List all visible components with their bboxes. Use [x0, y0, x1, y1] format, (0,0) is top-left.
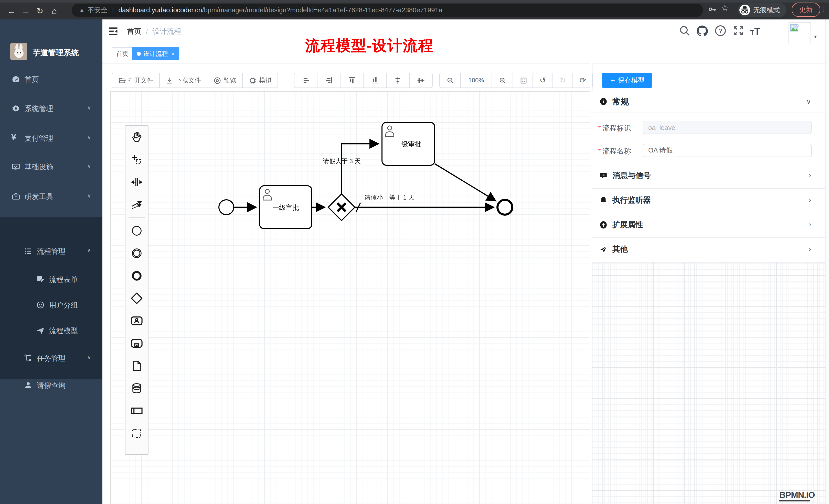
- font-size-icon[interactable]: TT: [750, 26, 760, 37]
- browser-home-button[interactable]: ⌂: [48, 3, 61, 20]
- save-model-button[interactable]: ＋ 保存模型: [602, 73, 652, 88]
- chevron-right-icon: ›: [809, 196, 811, 204]
- avatar[interactable]: [789, 23, 811, 45]
- chevron-down-icon: ∨: [87, 134, 91, 141]
- preview-button[interactable]: 预览: [207, 73, 243, 88]
- svg-text:i: i: [603, 99, 604, 104]
- section-other[interactable]: 其他 ›: [592, 237, 825, 262]
- chevron-down-icon: ∨: [87, 104, 91, 111]
- align-toolbar-group: [294, 73, 433, 88]
- zoom-out-button[interactable]: [439, 73, 461, 88]
- align-left-button[interactable]: [294, 73, 318, 88]
- header-search-icon[interactable]: [679, 25, 692, 38]
- sidebar-item-process-form[interactable]: 流程表单: [0, 267, 102, 292]
- bookmark-star-icon[interactable]: ☆: [721, 3, 729, 13]
- redo-button[interactable]: ↻: [553, 73, 573, 88]
- svg-text:?: ?: [719, 27, 722, 34]
- close-tab-icon[interactable]: ×: [172, 51, 175, 57]
- sidebar-item-task-mgmt[interactable]: 任务管理 ∨: [0, 345, 102, 371]
- send-icon: [599, 245, 608, 254]
- flow-task2-to-end[interactable]: [435, 164, 495, 201]
- bell-icon: [599, 196, 608, 205]
- flow-gateway-to-task2[interactable]: [341, 144, 378, 193]
- browser-reload-button[interactable]: ↻: [34, 3, 46, 20]
- tab-home[interactable]: 首页: [112, 47, 133, 61]
- folder-icon: [118, 77, 126, 84]
- gear-icon: [11, 104, 21, 113]
- align-center-horizontal-button[interactable]: [410, 73, 433, 88]
- browser-menu-dots-icon[interactable]: ⋮: [820, 5, 826, 13]
- yen-icon: ¥: [11, 132, 21, 142]
- fit-viewport-button[interactable]: [513, 73, 534, 88]
- zoom-in-icon: [499, 77, 506, 84]
- section-execution-listener[interactable]: 执行监听器 ›: [592, 188, 825, 213]
- url-divider: |: [112, 4, 114, 17]
- zoom-in-button[interactable]: [492, 73, 513, 88]
- chevron-down-icon: ∨: [87, 354, 91, 361]
- open-file-button[interactable]: 打开文件: [112, 73, 160, 88]
- align-top-icon: [348, 76, 356, 84]
- align-center-vertical-button[interactable]: [387, 73, 410, 88]
- download-icon: [166, 77, 174, 84]
- user-task-level2[interactable]: 二级审批: [382, 122, 435, 165]
- bpmn-io-logo[interactable]: BPMN.iO: [779, 490, 815, 500]
- form-edit-icon: [36, 275, 45, 284]
- page-scrollbar[interactable]: [825, 20, 829, 504]
- app-logo: [10, 43, 27, 62]
- tag-view-bar: 首页: [102, 43, 829, 64]
- avatar-caret-icon[interactable]: ▾: [814, 34, 817, 39]
- file-toolbar-group: 打开文件 下载文件 预览 模拟: [112, 73, 278, 88]
- sidebar-item-leave-query[interactable]: 请假查询: [0, 373, 102, 398]
- user-task-level1[interactable]: 一级审批: [260, 186, 312, 229]
- person-icon: [24, 381, 33, 390]
- browser-forward-button[interactable]: →: [20, 3, 32, 20]
- align-top-button[interactable]: [340, 73, 364, 88]
- sidebar-item-system[interactable]: 系统管理 ∨: [0, 96, 102, 121]
- browser-back-button[interactable]: ←: [5, 3, 17, 20]
- section-message-signal[interactable]: 消息与信号 ›: [592, 164, 825, 188]
- start-event[interactable]: [219, 200, 234, 215]
- sidebar-item-process-model[interactable]: 流程模型: [0, 318, 102, 343]
- plus-circle-icon: [599, 221, 608, 229]
- undo-button[interactable]: ↺: [533, 73, 553, 88]
- breadcrumb-home[interactable]: 首页: [127, 27, 141, 35]
- help-icon[interactable]: ?: [714, 25, 728, 38]
- align-bottom-icon: [371, 76, 379, 84]
- password-key-icon[interactable]: [708, 5, 717, 16]
- download-file-button[interactable]: 下载文件: [160, 73, 207, 88]
- browser-chrome: ← → ↻ ⌂ ▲不安全|dashboard.yudao.iocoder.cn/…: [0, 0, 829, 20]
- annotation-title: 流程模型-设计流程: [305, 36, 433, 56]
- zoom-level: 100%: [461, 73, 492, 88]
- task1-label: 一级审批: [273, 204, 299, 211]
- eye-icon: [214, 77, 221, 84]
- process-name-input[interactable]: [643, 144, 812, 157]
- exclusive-gateway[interactable]: [328, 194, 355, 221]
- app-title: 芋道管理系统: [33, 48, 79, 58]
- sidebar-item-payment[interactable]: ¥ 支付管理 ∨: [0, 125, 102, 151]
- sidebar-item-devtools[interactable]: 研发工具 ∨: [0, 184, 102, 209]
- align-bottom-button[interactable]: [364, 73, 387, 88]
- task2-label: 二级审批: [395, 140, 422, 148]
- sidebar-item-infra[interactable]: 基础设施 ∨: [0, 154, 102, 180]
- sidebar-item-home[interactable]: 首页: [0, 67, 102, 92]
- sidebar-item-process-mgmt[interactable]: 流程管理 ∧: [0, 238, 102, 264]
- browser-update-button[interactable]: 更新: [792, 3, 820, 17]
- process-key-input[interactable]: [643, 121, 812, 134]
- end-event[interactable]: [498, 200, 512, 215]
- simulate-button[interactable]: 模拟: [243, 73, 278, 88]
- align-center-horizontal-icon: [417, 76, 425, 84]
- properties-panel: i 常规 ∨ *流程标识 *流程名称 消息与信号 › 执行监听器 › 扩展属性 …: [592, 91, 825, 263]
- browser-address-bar[interactable]: ▲不安全|dashboard.yudao.iocoder.cn/bpm/mana…: [72, 4, 703, 17]
- info-icon: i: [599, 97, 608, 106]
- section-general[interactable]: i 常规 ∨: [592, 91, 825, 113]
- chevron-right-icon: ›: [809, 171, 811, 179]
- section-extended-attrs[interactable]: 扩展属性 ›: [592, 213, 825, 237]
- align-right-button[interactable]: [318, 73, 340, 88]
- sidebar-item-user-group[interactable]: 用户分组: [0, 292, 102, 318]
- github-icon[interactable]: [696, 25, 709, 38]
- sidebar-collapse-button[interactable]: [108, 26, 119, 39]
- fullscreen-icon[interactable]: [732, 25, 746, 38]
- tab-design-process[interactable]: 设计流程×: [132, 47, 179, 61]
- paper-plane-icon: [36, 326, 45, 335]
- toolbox-icon: [11, 192, 21, 201]
